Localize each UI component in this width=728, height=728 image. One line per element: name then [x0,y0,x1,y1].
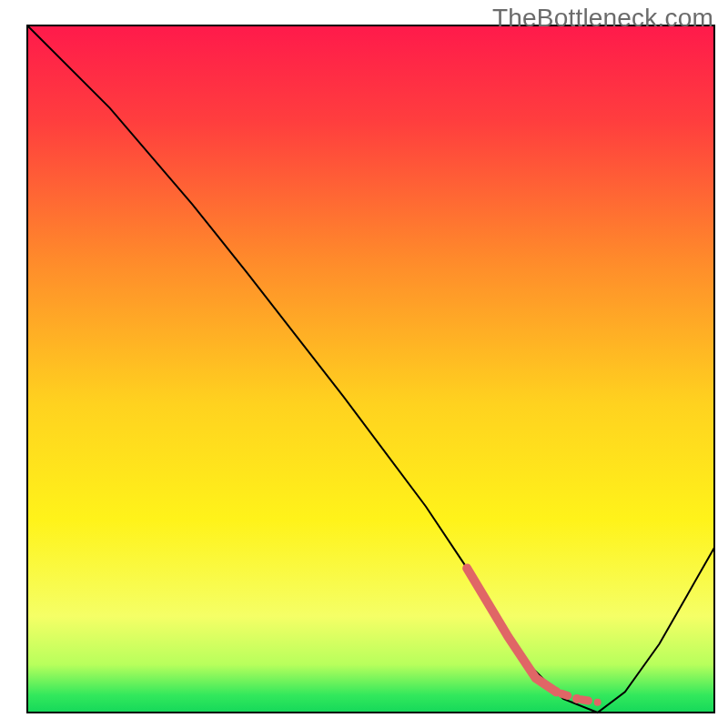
watermark-text: TheBottleneck.com [492,4,713,33]
recommended-dot [594,699,602,706]
recommended-dash [561,693,568,695]
chart-container: TheBottleneck.com [0,0,728,728]
plot-area [27,25,714,713]
bottleneck-chart [0,0,728,728]
recommended-dash [582,700,589,701]
gradient-backdrop [27,25,714,713]
